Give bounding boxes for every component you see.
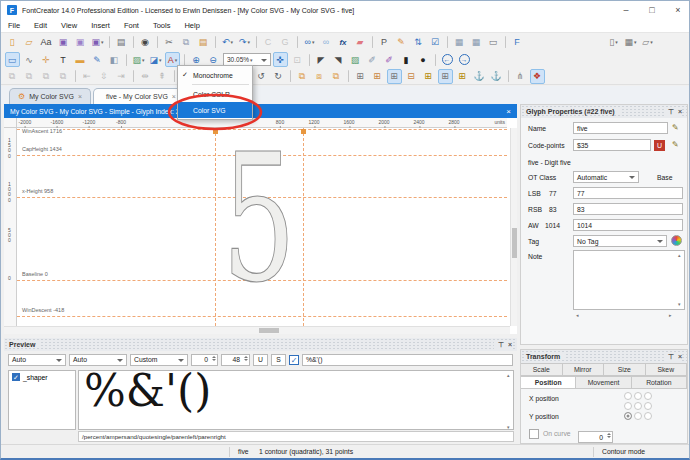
open-font-button[interactable]: ▱ [22, 35, 37, 50]
transform-wizard-button[interactable]: ⇅ [411, 35, 426, 50]
lasso-tool[interactable]: ∿ [22, 52, 37, 67]
distribute-h-button[interactable]: ⇹ [138, 69, 153, 84]
formula-button[interactable]: fx [336, 35, 351, 50]
menu-view[interactable]: View [54, 21, 84, 30]
edit-glyph-button[interactable]: ✎ [394, 35, 409, 50]
editor-vertical-scrollbar[interactable] [510, 128, 517, 326]
insert-image-button[interactable]: ▨▾ [131, 52, 146, 67]
menu-item-color-svg[interactable]: Color SVG [178, 102, 252, 118]
preview-language-select[interactable]: Auto [69, 354, 127, 366]
anchor-radio[interactable] [624, 412, 632, 420]
pin-icon[interactable]: ⊤ [498, 341, 504, 349]
preview-font-item[interactable]: _shaper [9, 371, 75, 383]
guidelines-button[interactable]: ⊞ [370, 69, 385, 84]
copy-to-g-button[interactable]: G [278, 35, 293, 50]
print-button[interactable]: ▤ [114, 35, 129, 50]
font-checkbox[interactable] [12, 373, 20, 381]
editor-horizontal-scrollbar[interactable] [4, 326, 510, 334]
knife-mode-button[interactable]: ◥ [331, 52, 346, 67]
cut-button[interactable]: ✂ [162, 35, 177, 50]
tab-my-color-svg[interactable]: ⚙ My Color SVG × [9, 88, 91, 104]
save-all-button[interactable]: ▣ [73, 35, 88, 50]
tab-close-icon[interactable]: × [172, 93, 176, 100]
unlink-composite-button[interactable]: ∞ [319, 35, 334, 50]
palette-button[interactable]: ❖ [530, 69, 545, 84]
underline-button[interactable]: U [253, 354, 268, 366]
color-wheel-icon[interactable] [671, 235, 682, 246]
preview-scroll-up-icon[interactable]: ▴ [507, 372, 510, 378]
next-glyph-button[interactable]: → [457, 52, 472, 67]
rotate-ccw-button[interactable]: ↺ [254, 69, 269, 84]
send-to-back-button[interactable]: ⧉ [22, 69, 37, 84]
close-button[interactable]: × [665, 1, 690, 19]
x-position-spinner[interactable]: 0 [578, 431, 613, 443]
name-wizard-icon[interactable]: ✎ [672, 123, 679, 132]
tab-size[interactable]: Size [604, 363, 646, 376]
anchor-radio[interactable] [634, 392, 642, 400]
tab-mirror[interactable]: Mirror [563, 363, 605, 376]
font-overview-button[interactable]: Aa [39, 35, 54, 50]
lock-grid-button[interactable]: ⊞ [455, 69, 470, 84]
preview-tracking-spinner[interactable]: 0 [191, 354, 218, 366]
strikeout-button[interactable]: S [271, 354, 286, 366]
draw-contour-tool[interactable]: ✎ [90, 52, 105, 67]
glyph-properties-button[interactable]: P [377, 35, 392, 50]
save-as-button[interactable]: ▣▾ [90, 35, 105, 50]
menu-font[interactable]: Font [117, 21, 146, 30]
text-tool[interactable]: T [56, 52, 71, 67]
grid-options-button[interactable]: ⊞ [353, 69, 368, 84]
on-curve-checkbox[interactable] [529, 429, 539, 439]
pan-tool[interactable]: ✛ [39, 52, 54, 67]
anchor-radio[interactable] [624, 392, 632, 400]
lsb-field[interactable]: 77 [573, 187, 683, 199]
new-page-button[interactable]: ▯▾ [606, 35, 621, 50]
previous-glyph-button[interactable]: ← [440, 52, 455, 67]
preview-checkbox[interactable] [289, 355, 299, 365]
preview-features-select[interactable]: Custom [130, 354, 188, 366]
fill-mode-button[interactable]: ◪▾ [148, 52, 163, 67]
maximize-button[interactable]: □ [639, 1, 665, 19]
menu-tools[interactable]: Tools [146, 21, 178, 30]
tab-close-icon[interactable]: × [78, 93, 82, 100]
exclude-contours-button[interactable]: ⧉ [329, 69, 344, 84]
find-button[interactable]: ◉ [138, 35, 153, 50]
link-composite-button[interactable]: ∞▾ [302, 35, 317, 50]
anchor-lock-button[interactable]: ⚓ [489, 69, 504, 84]
align-left-button[interactable]: ⇤ [80, 69, 95, 84]
minimize-button[interactable]: – [613, 1, 639, 19]
measure-tool[interactable]: ▬ [73, 52, 88, 67]
bring-to-front-button[interactable]: ⧉ [5, 69, 20, 84]
point-mode-button[interactable]: ◤ [314, 52, 329, 67]
menu-insert[interactable]: Insert [84, 21, 117, 30]
tab-position[interactable]: Position [521, 376, 576, 389]
menu-item-color-colr[interactable]: Color COLR [178, 86, 252, 102]
tab-scale[interactable]: Scale [521, 363, 563, 376]
copy-to-c-button[interactable]: C [261, 35, 276, 50]
anchor-radio[interactable] [624, 402, 632, 410]
tab-skew[interactable]: Skew [646, 363, 688, 376]
preview-canvas[interactable]: %&'() [78, 370, 514, 430]
preview-size-spinner[interactable]: 48 [221, 354, 250, 366]
overview-layout-button[interactable]: ▦▾ [623, 35, 638, 50]
tag-select[interactable]: No Tag [573, 235, 667, 247]
validate-button[interactable]: ☑ [428, 35, 443, 50]
aw-field[interactable]: 1014 [573, 219, 683, 231]
pen-gray-button[interactable]: ✐ [365, 52, 380, 67]
distribute-v-button[interactable]: ⇞ [155, 69, 170, 84]
pen-color-button[interactable]: ✐ [382, 52, 397, 67]
close-panel-icon[interactable]: × [678, 108, 682, 116]
test-font-button[interactable]: ▦ [452, 35, 467, 50]
preview-script-select[interactable]: Auto [8, 354, 66, 366]
save-button[interactable]: ▣ [56, 35, 71, 50]
anchor-radio[interactable] [644, 412, 652, 420]
snap-options-button[interactable]: ⋔ [513, 69, 528, 84]
pin-icon[interactable]: ⊤ [668, 108, 674, 116]
anchor-button[interactable]: ⚓ [472, 69, 487, 84]
select-tool[interactable]: ▭ [5, 52, 20, 67]
preview-text-input[interactable]: %&'() [302, 354, 513, 366]
menu-item-monochrome[interactable]: ✓ Monochrome [178, 67, 252, 83]
zoom-selection-button[interactable]: ⊡ [290, 52, 305, 67]
menu-file[interactable]: File [1, 21, 27, 30]
menu-help[interactable]: Help [177, 21, 206, 30]
webview-test-button[interactable]: ▦ [469, 35, 484, 50]
